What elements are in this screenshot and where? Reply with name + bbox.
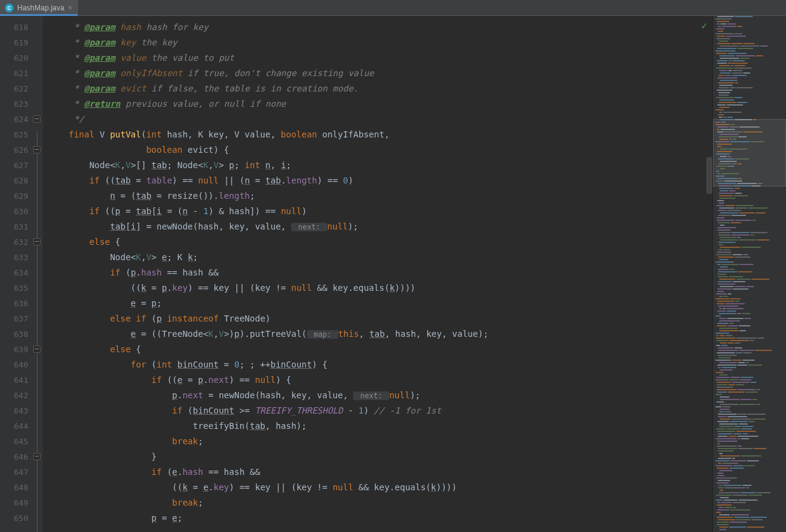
minimap-line	[714, 298, 785, 300]
minimap-line	[714, 23, 785, 25]
minimap-line	[714, 38, 785, 40]
code-line[interactable]: e = ((TreeNode<K,V>)p).putTreeVal( map: …	[48, 326, 712, 342]
editor-tabbar: C HashMap.java ×	[0, 0, 786, 16]
minimap-line	[714, 210, 785, 212]
code-line[interactable]: }	[48, 449, 712, 465]
code-line[interactable]: else {	[48, 234, 712, 250]
code-line[interactable]: tab[i] = newNode(hash, key, value, next:…	[48, 219, 712, 234]
line-number: 620	[0, 50, 28, 66]
code-line[interactable]: for (int binCount = 0; ; ++binCount) {	[48, 357, 712, 372]
code-line[interactable]: else if (p instanceof TreeNode)	[48, 311, 712, 326]
minimap-line	[714, 212, 785, 214]
code-line[interactable]: final V putVal(int hash, K key, V value,…	[48, 127, 712, 142]
minimap-line	[714, 26, 785, 28]
code-line[interactable]: treeifyBin(tab, hash);	[48, 418, 712, 434]
code-line[interactable]: if (binCount >= TREEIFY_THRESHOLD - 1) /…	[48, 403, 712, 418]
code-line[interactable]: break;	[48, 434, 712, 449]
minimap-line	[714, 225, 785, 226]
minimap-line	[714, 72, 785, 74]
minimap-line	[714, 21, 785, 23]
minimap-line	[714, 367, 785, 369]
fold-toggle-icon[interactable]	[33, 238, 41, 245]
line-number: 618	[0, 20, 28, 35]
minimap-line	[714, 337, 785, 339]
minimap-line	[714, 431, 785, 433]
minimap-line	[714, 67, 785, 69]
code-line[interactable]: Node<K,V>[] tab; Node<K,V> p; int n, i;	[48, 158, 712, 173]
line-number: 619	[0, 35, 28, 50]
minimap-line	[714, 63, 785, 64]
minimap-line	[714, 256, 785, 258]
line-number: 640	[0, 357, 28, 372]
line-number: 635	[0, 280, 28, 296]
minimap-line	[714, 55, 785, 57]
minimap-line	[714, 283, 785, 285]
vertical-scrollbar-thumb[interactable]	[706, 157, 712, 194]
code-line[interactable]: * @param key the key	[48, 35, 712, 50]
code-line[interactable]: p.next = newNode(hash, key, value, next:…	[48, 388, 712, 403]
code-line[interactable]: if ((e = p.next) == null) {	[48, 372, 712, 388]
line-number: 629	[0, 188, 28, 204]
minimap[interactable]	[712, 16, 786, 532]
code-line[interactable]: e = p;	[48, 296, 712, 311]
code-line[interactable]: if ((tab = table) == null || (n = tab.le…	[48, 173, 712, 188]
code-line[interactable]: if ((p = tab[i = (n - 1) & hash]) == nul…	[48, 204, 712, 219]
minimap-line	[714, 458, 785, 460]
close-icon[interactable]: ×	[68, 4, 72, 12]
fold-toggle-icon[interactable]	[33, 115, 41, 123]
code-line[interactable]: * @param onlyIfAbsent if true, don't cha…	[48, 66, 712, 81]
fold-gutter[interactable]	[32, 16, 43, 532]
minimap-line	[714, 217, 785, 219]
code-line[interactable]: if (p.hash == hash &&	[48, 265, 712, 280]
tab-filename: HashMap.java	[17, 4, 64, 12]
fold-toggle-icon[interactable]	[33, 345, 41, 353]
code-line[interactable]: */	[48, 112, 712, 127]
minimap-line	[714, 328, 785, 330]
fold-toggle-icon[interactable]	[33, 453, 41, 460]
minimap-line	[714, 325, 785, 327]
minimap-line	[714, 92, 785, 94]
line-number-gutter: 6186196206216226236246256266276286296306…	[0, 16, 32, 532]
code-line[interactable]: ((k = p.key) == key || (key != null && k…	[48, 280, 712, 296]
fold-toggle-icon[interactable]	[33, 146, 41, 153]
minimap-line	[714, 303, 785, 305]
minimap-line	[714, 512, 785, 514]
code-line[interactable]: * @param evict if false, the table is in…	[48, 81, 712, 96]
code-viewport[interactable]: * @param hash hash for key * @param key …	[43, 16, 712, 532]
minimap-line	[714, 382, 785, 384]
minimap-line	[714, 514, 785, 516]
line-number: 622	[0, 81, 28, 96]
minimap-line	[714, 97, 785, 99]
minimap-line	[714, 465, 785, 467]
minimap-line	[714, 249, 785, 251]
minimap-line	[714, 75, 785, 77]
editor-tab-hashmap[interactable]: C HashMap.java ×	[0, 0, 78, 15]
code-line[interactable]: if (e.hash == hash &&	[48, 465, 712, 480]
code-line[interactable]: * @param hash hash for key	[48, 20, 712, 35]
minimap-line	[714, 414, 785, 415]
minimap-line	[714, 33, 785, 35]
code-line[interactable]: Node<K,V> e; K k;	[48, 250, 712, 265]
minimap-line	[714, 468, 785, 469]
minimap-line	[714, 448, 785, 450]
minimap-line	[714, 320, 785, 322]
code-line[interactable]: ((k = e.key) == key || (key != null && k…	[48, 480, 712, 495]
minimap-line	[714, 487, 785, 489]
code-line[interactable]: else {	[48, 342, 712, 357]
minimap-line	[714, 360, 785, 361]
minimap-line	[714, 310, 785, 312]
minimap-line	[714, 524, 785, 526]
editor-area[interactable]: 6186196206216226236246256266276286296306…	[0, 16, 786, 532]
code-line[interactable]: * @param value the value to put	[48, 50, 712, 66]
code-line[interactable]: p = e;	[48, 511, 712, 526]
minimap-line	[714, 421, 785, 423]
minimap-line	[714, 362, 785, 364]
code-line[interactable]: * @return previous value, or null if non…	[48, 96, 712, 112]
code-line[interactable]: break;	[48, 495, 712, 511]
minimap-line	[714, 264, 785, 266]
code-line[interactable]: n = (tab = resize()).length;	[48, 188, 712, 204]
minimap-line	[714, 301, 785, 303]
line-number: 648	[0, 480, 28, 495]
code-line[interactable]: boolean evict) {	[48, 142, 712, 158]
analysis-ok-check-icon[interactable]: ✓	[701, 20, 707, 31]
